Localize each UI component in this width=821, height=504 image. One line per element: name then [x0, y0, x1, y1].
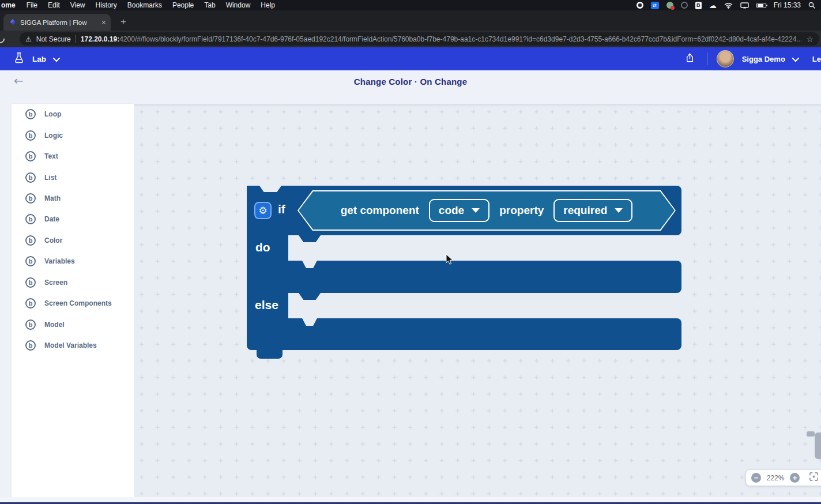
blockly-category-icon: b — [25, 340, 36, 351]
toolbox-category-variables[interactable]: bVariables — [12, 251, 134, 272]
blockly-canvas[interactable]: ⚙ if do else get component code property… — [134, 104, 821, 497]
menubar-app-name[interactable]: ome — [1, 1, 16, 9]
property-dropdown[interactable]: required — [553, 199, 632, 222]
property-dropdown-value: required — [563, 204, 607, 217]
blockly-category-icon: b — [25, 130, 36, 141]
toolbox-category-color[interactable]: bColor — [12, 230, 134, 251]
cloud-icon[interactable]: ☁ — [709, 2, 717, 9]
slot-notch-tab — [299, 235, 321, 242]
blockly-category-icon: b — [25, 235, 36, 246]
blockly-category-icon: b — [25, 298, 36, 309]
bookmark-star-icon[interactable]: ☆ — [806, 35, 814, 44]
menubar-item[interactable]: Window — [221, 1, 256, 9]
toolbox-category-label: Text — [44, 152, 58, 160]
blockly-category-icon: b — [25, 193, 36, 204]
workspace-selector[interactable]: Lab — [0, 51, 58, 66]
omnibox-divider — [76, 35, 76, 43]
chevron-down-icon — [53, 54, 61, 62]
toolbox-category-screen[interactable]: bScreen — [12, 272, 134, 293]
battery-icon — [756, 3, 766, 8]
menubar-item[interactable]: Edit — [43, 1, 65, 9]
do-statement-slot[interactable] — [288, 235, 681, 261]
bottom-strip — [0, 497, 821, 502]
toolbox-category-label: Logic — [44, 131, 63, 140]
toolbox-category-label: Screen — [44, 279, 67, 287]
reload-icon[interactable] — [0, 33, 6, 45]
toolbox-category-label: Model Variables — [44, 341, 97, 349]
logout-link-partial[interactable]: Le — [812, 55, 821, 63]
tab-close-icon[interactable]: × — [101, 18, 106, 27]
toolbox-category-date[interactable]: bDate — [12, 209, 134, 230]
toolbox-category-label: Variables — [44, 257, 75, 265]
menubar-item[interactable]: People — [167, 1, 199, 9]
menubar-item[interactable]: Help — [255, 1, 280, 9]
menubar-item[interactable]: View — [65, 1, 91, 9]
share-icon[interactable] — [684, 52, 695, 66]
blockly-if-block[interactable]: ⚙ if do else get component code property… — [247, 186, 681, 359]
toolbox-category-logic[interactable]: bLogic — [12, 125, 134, 145]
blockly-category-icon: b — [25, 151, 36, 161]
browser-tabstrip: SIGGA Platform | Flow × + — [0, 10, 821, 31]
boot-doc-icon[interactable]: B — [695, 2, 702, 9]
zoom-out-button[interactable]: − — [751, 473, 761, 483]
browser-tab[interactable]: SIGGA Platform | Flow × — [3, 14, 111, 31]
user-chevron-down-icon[interactable] — [792, 54, 799, 62]
toolbox-category-text[interactable]: bText — [12, 146, 134, 167]
spotlight-search-icon[interactable] — [808, 2, 815, 9]
workspace-label: Lab — [32, 55, 46, 63]
toolbox-category-list[interactable]: bList — [12, 167, 134, 187]
mouse-cursor — [446, 254, 454, 265]
new-tab-button[interactable]: + — [117, 16, 130, 28]
menubar-item[interactable]: History — [91, 1, 122, 9]
toolbox-category-model-variables[interactable]: bModel Variables — [12, 335, 134, 356]
slot-notch-tab — [299, 293, 321, 300]
condition-block[interactable]: get component code property required — [299, 191, 675, 230]
condition-text-get-component: get component — [341, 204, 419, 217]
menubar-items: FileEditViewHistoryBookmarksPeopleTabWin… — [21, 1, 280, 9]
dropdown-arrow-icon — [472, 208, 480, 213]
else-label: else — [255, 298, 278, 312]
toolbox-category-model[interactable]: bModel — [12, 314, 134, 334]
header-divider — [707, 52, 707, 65]
menubar-item[interactable]: File — [21, 1, 43, 9]
toolbox-category-loop[interactable]: bLoop — [12, 104, 134, 125]
dropdown-arrow-icon — [615, 208, 623, 213]
address-bar[interactable]: ⚠ Not Secure 172.20.0.19:4200/#/flows/bl… — [20, 32, 819, 46]
menubar-clock: Fri 15:33 — [774, 1, 801, 9]
toolbox-category-screen-components[interactable]: bScreen Components — [12, 293, 134, 314]
condition-text-property: property — [499, 204, 544, 217]
center-focus-icon[interactable] — [809, 472, 819, 484]
not-secure-warning-icon: ⚠ — [25, 35, 32, 43]
wifi-icon[interactable] — [724, 2, 733, 9]
component-dropdown[interactable]: code — [429, 199, 489, 222]
screen-record-icon[interactable] — [637, 2, 643, 9]
block-bottom-tab — [257, 350, 283, 359]
else-statement-slot[interactable] — [288, 293, 681, 318]
app-header: Lab Sigga Demo Le — [0, 47, 821, 70]
teamviewer-icon[interactable]: ⇄ — [651, 2, 659, 9]
browser-toolbar: ⚠ Not Secure 172.20.0.19:4200/#/flows/bl… — [0, 31, 821, 47]
toolbox-list: bLoopbLogicbTextbListbMathbDatebColorbVa… — [12, 104, 134, 356]
toolbox-category-label: Math — [44, 194, 61, 202]
vertical-scrollbar-thumb[interactable] — [815, 432, 821, 459]
url-path: 4200/#/flows/blockly/formField/7917136f-… — [119, 35, 801, 43]
zoom-in-button[interactable]: + — [790, 473, 800, 483]
status-swirl-icon[interactable] — [681, 2, 688, 9]
menubar-item[interactable]: Bookmarks — [122, 1, 167, 9]
toolbox-category-math[interactable]: bMath — [12, 188, 134, 209]
security-label[interactable]: Not Secure — [36, 35, 71, 43]
url-text[interactable]: 172.20.0.19:4200/#/flows/blockly/formFie… — [81, 35, 802, 43]
screen-mirroring-icon[interactable] — [740, 2, 749, 9]
block-mutator-gear-button[interactable]: ⚙ — [254, 202, 272, 219]
toolbox-category-label: Color — [44, 236, 62, 245]
blockly-category-icon: b — [25, 172, 36, 183]
zoom-level: 222% — [766, 474, 785, 482]
gear-icon: ⚙ — [258, 206, 267, 216]
status-globe-icon[interactable] — [666, 2, 673, 9]
blockly-category-icon: b — [25, 277, 36, 288]
user-name[interactable]: Sigga Demo — [742, 55, 785, 63]
menubar-item[interactable]: Tab — [199, 1, 220, 9]
scrollbar-nub[interactable] — [807, 431, 815, 437]
user-avatar[interactable] — [717, 50, 734, 67]
blockly-category-icon: b — [25, 256, 36, 266]
